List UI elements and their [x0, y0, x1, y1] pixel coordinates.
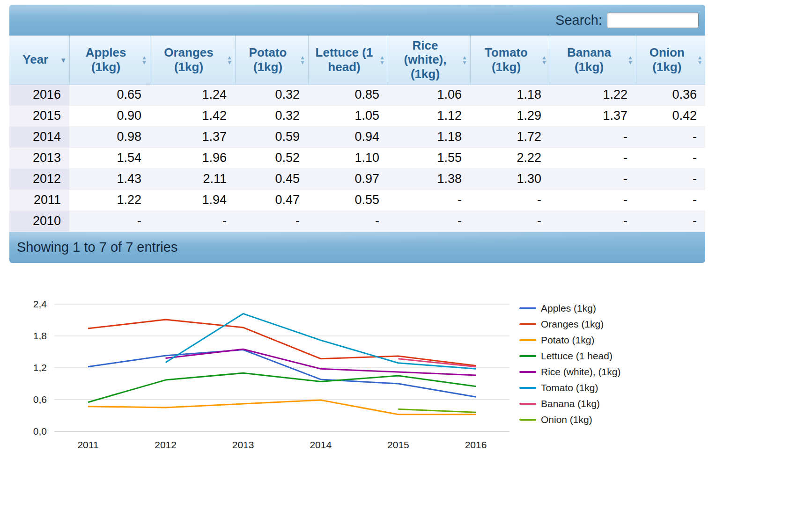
column-header-tomato-1kg[interactable]: Tomato (1kg)▴▾ [470, 36, 550, 84]
column-header-lettuce-1-head[interactable]: Lettuce (1 head)▴▾ [308, 36, 388, 84]
cell-value: - [150, 211, 235, 232]
legend-label: Lettuce (1 head) [541, 350, 613, 362]
table-header-row: Year▾Apples (1kg)▴▾Oranges (1kg)▴▾Potato… [9, 36, 705, 84]
cell-value: 0.90 [69, 105, 150, 126]
y-axis-tick-label: 1,8 [33, 330, 47, 341]
cell-value: 1.55 [388, 147, 470, 168]
y-axis-tick-label: 2,4 [33, 299, 47, 309]
column-header-oranges-1kg[interactable]: Oranges (1kg)▴▾ [150, 36, 235, 84]
cell-value: 1.18 [388, 126, 470, 147]
column-header-apples-1kg[interactable]: Apples (1kg)▴▾ [69, 36, 150, 84]
cell-value: - [308, 211, 388, 232]
price-line-chart: 0,00,61,21,82,4201120122013201420152016 [13, 297, 512, 454]
cell-value: 1.42 [150, 105, 235, 126]
column-header-rice-white-1kg[interactable]: Rice (white), (1kg)▴▾ [388, 36, 470, 84]
x-axis-tick-label: 2011 [77, 439, 98, 450]
sort-desc-icon: ▾ [61, 56, 66, 63]
cell-value: 0.94 [308, 126, 388, 147]
cell-value: - [470, 189, 550, 211]
cell-value: - [550, 147, 636, 168]
column-header-banana-1kg[interactable]: Banana (1kg)▴▾ [550, 36, 636, 84]
table-info: Showing 1 to 7 of 7 entries [17, 240, 177, 255]
legend-line-swatch [519, 371, 536, 373]
cell-value: 1.05 [308, 105, 388, 126]
x-axis-tick-label: 2013 [232, 439, 254, 450]
legend-item-rice-white-1kg: Rice (white), (1kg) [519, 364, 620, 380]
cell-year: 2014 [9, 126, 69, 147]
cell-value: 0.55 [308, 189, 388, 211]
page: Search: Year▾Apples (1kg)▴▾Oranges (1kg)… [0, 0, 812, 510]
column-label: Potato (1kg) [249, 45, 287, 74]
legend-item-potato-1kg: Potato (1kg) [519, 332, 620, 348]
cell-value: 0.36 [636, 84, 705, 105]
table-footer: Showing 1 to 7 of 7 entries [9, 232, 705, 263]
legend-item-banana-1kg: Banana (1kg) [519, 396, 620, 412]
column-header-onion-1kg[interactable]: Onion (1kg)▴▾ [636, 36, 705, 84]
table-row: 20140.981.370.590.941.181.72-- [9, 126, 705, 147]
table-toolbar: Search: [9, 5, 705, 36]
legend-label: Tomato (1kg) [541, 382, 598, 393]
prices-datatable: Search: Year▾Apples (1kg)▴▾Oranges (1kg)… [9, 5, 705, 263]
table-body: 20160.651.240.320.851.061.181.220.362015… [9, 84, 705, 232]
column-label: Onion (1kg) [650, 45, 685, 74]
table-row: 2010-------- [9, 211, 705, 232]
cell-year: 2016 [9, 84, 69, 105]
legend-label: Onion (1kg) [541, 414, 592, 425]
cell-value: 1.54 [69, 147, 150, 168]
cell-value: 1.94 [150, 189, 235, 211]
cell-value: - [550, 168, 636, 189]
table-row: 20150.901.420.321.051.121.291.370.42 [9, 105, 705, 126]
cell-year: 2012 [9, 168, 69, 189]
column-header-year[interactable]: Year▾ [9, 36, 69, 84]
cell-value: 0.97 [308, 168, 388, 189]
cell-value: 1.30 [470, 168, 550, 189]
column-label: Apples (1kg) [86, 45, 126, 74]
cell-value: 1.96 [150, 147, 235, 168]
cell-value: - [550, 211, 636, 232]
cell-value: 1.22 [69, 189, 150, 211]
sort-both-icon: ▴▾ [542, 55, 546, 65]
cell-value: 0.32 [235, 105, 308, 126]
cell-value: - [388, 211, 470, 232]
table-row: 20111.221.940.470.55---- [9, 189, 705, 211]
sort-both-icon: ▴▾ [463, 55, 466, 65]
legend-line-swatch [519, 403, 536, 405]
chart-section: 0,00,61,21,82,4201120122013201420152016 … [13, 297, 812, 456]
table-row: 20160.651.240.320.851.061.181.220.36 [9, 84, 705, 105]
sort-both-icon: ▴▾ [301, 55, 304, 65]
cell-value: 1.29 [470, 105, 550, 126]
cell-value: 0.65 [69, 84, 150, 105]
cell-value: 0.59 [235, 126, 308, 147]
cell-value: - [636, 211, 705, 232]
cell-value: 0.85 [308, 84, 388, 105]
chart-legend: Apples (1kg)Oranges (1kg)Potato (1kg)Let… [519, 300, 620, 428]
legend-label: Oranges (1kg) [541, 319, 604, 330]
series-line-onion-1kg [398, 409, 476, 412]
cell-value: 1.12 [388, 105, 470, 126]
cell-value: - [235, 211, 308, 232]
cell-value: 1.06 [388, 84, 470, 105]
table-row: 20121.432.110.450.971.381.30-- [9, 168, 705, 189]
legend-line-swatch [519, 323, 536, 325]
legend-label: Apples (1kg) [541, 303, 596, 314]
search-input[interactable] [607, 13, 699, 28]
cell-year: 2010 [9, 211, 69, 232]
sort-both-icon: ▴▾ [698, 55, 701, 65]
legend-line-swatch [519, 307, 536, 309]
legend-item-apples-1kg: Apples (1kg) [519, 300, 620, 316]
cell-year: 2013 [9, 147, 69, 168]
x-axis-tick-label: 2016 [465, 439, 487, 450]
column-label: Tomato (1kg) [485, 45, 528, 74]
column-label: Year [22, 52, 48, 66]
y-axis-tick-label: 0,6 [33, 394, 47, 405]
cell-value: 0.45 [235, 168, 308, 189]
cell-value: 0.52 [235, 147, 308, 168]
legend-item-oranges-1kg: Oranges (1kg) [519, 316, 620, 332]
cell-year: 2015 [9, 105, 69, 126]
cell-value: 1.72 [470, 126, 550, 147]
column-header-potato-1kg[interactable]: Potato (1kg)▴▾ [235, 36, 308, 84]
cell-value: 1.10 [308, 147, 388, 168]
y-axis-tick-label: 1,2 [33, 362, 47, 373]
legend-item-tomato-1kg: Tomato (1kg) [519, 380, 620, 396]
cell-value: 2.11 [150, 168, 235, 189]
